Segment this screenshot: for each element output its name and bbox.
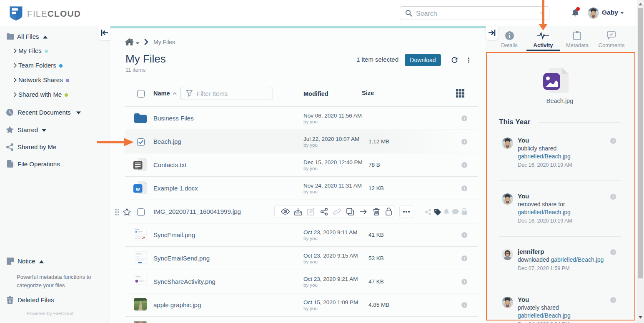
svg-text:w: w [135, 186, 140, 192]
